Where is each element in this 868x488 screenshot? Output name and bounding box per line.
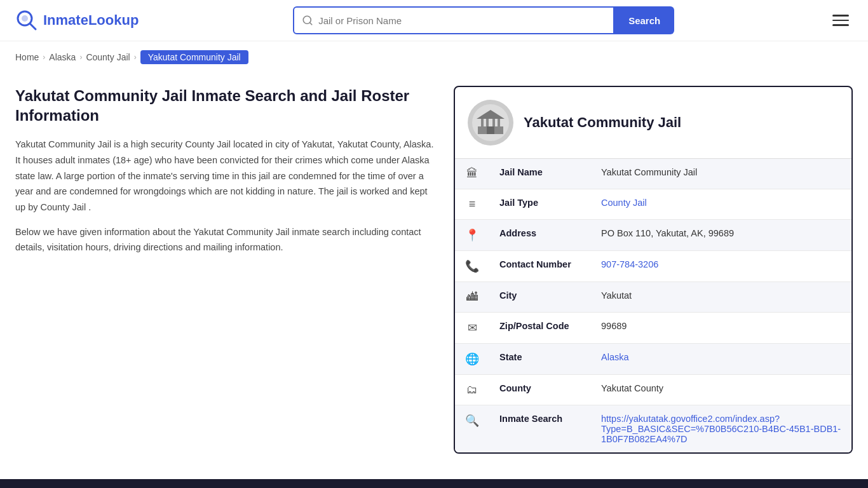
- table-row: 🌐StateAlaska: [455, 344, 851, 375]
- breadcrumb-home[interactable]: Home: [15, 52, 39, 62]
- hamburger-line-2: [832, 20, 849, 22]
- chevron-icon-1: ›: [43, 53, 45, 62]
- description-paragraph-2: Below we have given information about th…: [15, 224, 435, 255]
- svg-point-2: [22, 15, 28, 22]
- site-header: InmateLookup Search: [0, 0, 868, 41]
- chevron-icon-2: ›: [79, 53, 82, 62]
- main-content: Yakutat Community Jail Inmate Search and…: [0, 73, 868, 479]
- row-icon: 🗂: [455, 375, 489, 405]
- row-label: Zip/Postal Code: [489, 313, 591, 344]
- jail-info-card: Yakutat Community Jail 🏛Jail NameYakutat…: [454, 86, 853, 454]
- search-icon: [302, 15, 313, 26]
- svg-rect-12: [487, 126, 494, 134]
- row-value: 99689: [591, 313, 851, 344]
- row-value[interactable]: County Jail: [591, 189, 851, 220]
- search-bar: Search: [293, 6, 674, 34]
- row-value: PO Box 110, Yakutat, AK, 99689: [591, 220, 851, 251]
- page-title: Yakutat Community Jail Inmate Search and…: [15, 86, 435, 125]
- hamburger-line-3: [832, 24, 849, 26]
- search-input-wrap: [293, 6, 614, 34]
- svg-rect-7: [481, 119, 484, 126]
- left-column: Yakutat Community Jail Inmate Search and…: [15, 86, 435, 264]
- card-title: Yakutat Community Jail: [524, 114, 681, 131]
- row-icon: 📞: [455, 251, 489, 282]
- svg-rect-9: [492, 119, 495, 126]
- row-label: County: [489, 375, 591, 405]
- row-label: Contact Number: [489, 251, 591, 282]
- table-row: 🗂CountyYakutat County: [455, 375, 851, 405]
- card-header: Yakutat Community Jail: [455, 87, 851, 159]
- logo-text: InmateLookup: [43, 12, 139, 29]
- row-value: Yakutat Community Jail: [591, 159, 851, 189]
- row-icon: 🔍: [455, 405, 489, 453]
- row-link[interactable]: County Jail: [601, 198, 647, 208]
- breadcrumb-alaska[interactable]: Alaska: [49, 52, 76, 62]
- svg-line-1: [30, 24, 36, 29]
- row-value[interactable]: https://yakutatak.govoffice2.com/index.a…: [591, 405, 851, 453]
- table-row: ≡Jail TypeCounty Jail: [455, 189, 851, 220]
- hamburger-line-1: [832, 15, 849, 17]
- row-icon: 🌐: [455, 344, 489, 375]
- table-row: 🔍Inmate Searchhttps://yakutatak.govoffic…: [455, 405, 851, 453]
- svg-line-4: [310, 22, 312, 24]
- table-row: 📍AddressPO Box 110, Yakutat, AK, 99689: [455, 220, 851, 251]
- logo-icon: [15, 9, 38, 32]
- breadcrumb: Home › Alaska › County Jail › Yakutat Co…: [0, 41, 868, 73]
- search-button[interactable]: Search: [614, 6, 674, 34]
- right-column: Yakutat Community Jail 🏛Jail NameYakutat…: [454, 86, 853, 454]
- row-link[interactable]: 907-784-3206: [601, 259, 658, 269]
- row-icon: ✉: [455, 313, 489, 344]
- row-label: Jail Name: [489, 159, 591, 189]
- row-icon: 🏛: [455, 159, 489, 189]
- table-row: ✉Zip/Postal Code99689: [455, 313, 851, 344]
- row-link[interactable]: https://yakutatak.govoffice2.com/index.a…: [601, 414, 841, 444]
- breadcrumb-current: Yakutat Community Jail: [140, 50, 248, 64]
- row-icon: 🏙: [455, 282, 489, 313]
- chevron-icon-3: ›: [134, 53, 137, 62]
- row-value: Yakutat County: [591, 375, 851, 405]
- row-icon: 📍: [455, 220, 489, 251]
- row-label: Address: [489, 220, 591, 251]
- row-value[interactable]: 907-784-3206: [591, 251, 851, 282]
- logo-link[interactable]: InmateLookup: [15, 9, 139, 32]
- svg-rect-8: [486, 119, 489, 126]
- row-label: Jail Type: [489, 189, 591, 220]
- table-row: 📞Contact Number907-784-3206: [455, 251, 851, 282]
- row-label: Inmate Search: [489, 405, 591, 453]
- table-row: 🏙CityYakutat: [455, 282, 851, 313]
- hamburger-menu[interactable]: [829, 11, 853, 30]
- row-label: State: [489, 344, 591, 375]
- breadcrumb-county-jail[interactable]: County Jail: [86, 52, 130, 62]
- description-paragraph-1: Yakutat Community Jail is a high securit…: [15, 137, 435, 215]
- jail-building-icon: [471, 104, 510, 142]
- row-value[interactable]: Alaska: [591, 344, 851, 375]
- svg-rect-10: [498, 119, 500, 126]
- row-icon: ≡: [455, 189, 489, 220]
- info-table: 🏛Jail NameYakutat Community Jail≡Jail Ty…: [455, 159, 851, 452]
- svg-point-5: [472, 104, 509, 141]
- search-input[interactable]: [318, 15, 606, 26]
- row-label: City: [489, 282, 591, 313]
- row-link[interactable]: Alaska: [601, 352, 629, 362]
- jail-avatar: [468, 100, 513, 146]
- footer: [0, 479, 868, 488]
- table-row: 🏛Jail NameYakutat Community Jail: [455, 159, 851, 189]
- row-value: Yakutat: [591, 282, 851, 313]
